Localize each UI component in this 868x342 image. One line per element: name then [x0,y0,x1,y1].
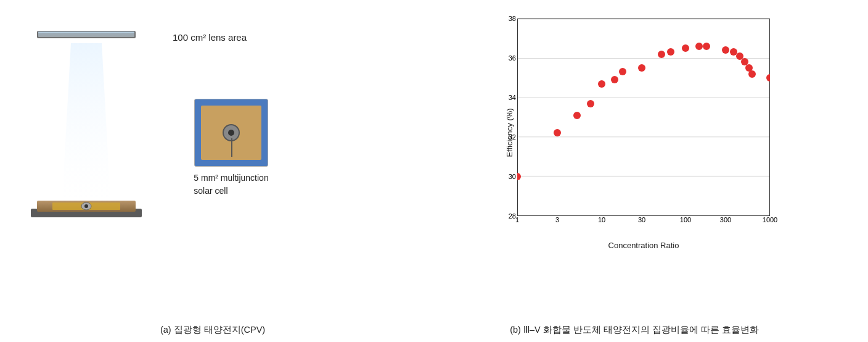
caption-row: (a) 집광형 태양전지(CPV) (b) Ⅲ–V 화합물 반도체 태양전지의 … [12,319,856,336]
cpv-diagram-svg [18,19,154,247]
y-tick-30: 30 [509,173,516,180]
dot-7 [619,68,626,75]
content-row: 100 cm² lens area 5 mm² multijunction [12,6,856,319]
dot-6 [611,76,618,83]
x-tick-3: 3 [555,216,559,223]
dot-17 [741,58,748,65]
dot-5 [598,80,605,88]
x-tick-1: 1 [515,216,519,223]
x-tick-1000: 1000 [763,216,777,223]
dot-16 [736,52,743,60]
cell-center-dot [228,130,234,136]
x-tick-300: 300 [720,216,731,223]
cell-image [194,99,268,167]
dot-9 [658,51,665,58]
y-tick-38: 38 [509,15,516,22]
dot-13 [703,43,710,50]
x-tick-10: 10 [598,216,605,223]
cell-inner [201,106,261,160]
dot-15 [730,48,737,56]
labels-area: 100 cm² lens area 5 mm² multijunction [166,12,290,247]
dot-12 [695,43,703,50]
caption-a: (a) 집광형 태양전지(CPV) [12,324,413,336]
dot-19 [748,70,756,78]
caption-b: (b) Ⅲ–V 화합물 반도체 태양전지의 집광비율에 따른 효율변화 [413,324,856,336]
cpv-image-area [12,12,160,247]
dot-3 [573,112,581,119]
svg-point-8 [84,204,88,208]
data-dots-svg [517,19,770,216]
dot-8 [638,64,645,72]
dot-10 [667,48,674,56]
y-tick-32: 32 [509,133,516,141]
cell-label: 5 mm² multijunction solar cell [194,172,268,198]
svg-marker-0 [62,43,111,210]
dot-2 [554,129,561,136]
right-section: Efficiency (%) [413,6,856,253]
dot-1 [517,173,521,180]
y-tick-34: 34 [509,94,516,101]
x-tick-100: 100 [680,216,691,223]
left-section: 100 cm² lens area 5 mm² multijunction [12,6,413,247]
cell-image-and-label: 5 mm² multijunction solar cell [173,99,290,198]
chart-container: Efficiency (%) [480,12,788,253]
main-container: 100 cm² lens area 5 mm² multijunction [0,0,868,342]
x-axis-label: Concentration Ratio [517,241,770,250]
y-tick-labels: 38 36 34 32 30 28 [505,19,517,216]
y-tick-36: 36 [509,54,516,62]
dot-4 [587,100,594,107]
dot-20 [766,74,770,81]
dot-14 [722,46,729,54]
svg-rect-2 [38,32,134,37]
x-tick-30: 30 [638,216,645,223]
dot-11 [682,44,689,52]
cell-wire-v [231,138,232,157]
lens-label: 100 cm² lens area [173,31,290,44]
